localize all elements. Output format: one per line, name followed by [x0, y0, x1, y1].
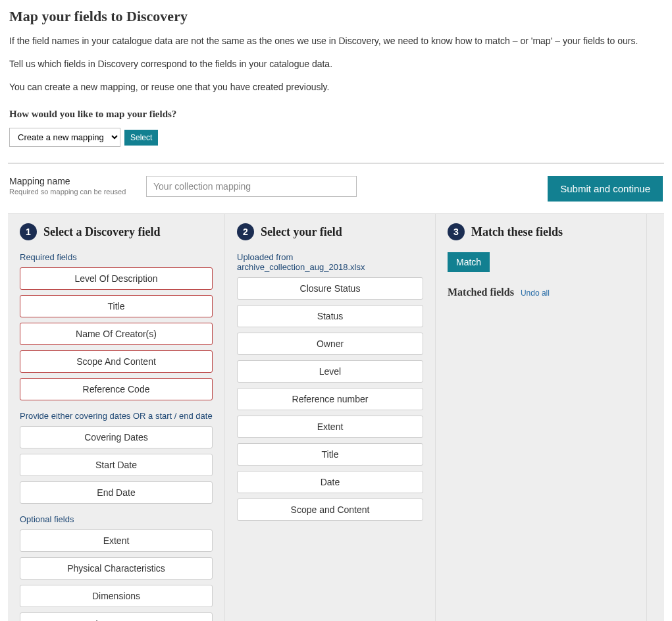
- discovery-field[interactable]: Language: [20, 612, 213, 621]
- discovery-field[interactable]: Covering Dates: [20, 426, 213, 448]
- discovery-field[interactable]: End Date: [20, 481, 213, 504]
- mapping-mode-select[interactable]: Create a new mapping: [9, 128, 120, 147]
- your-field[interactable]: Title: [237, 443, 423, 466]
- discovery-field[interactable]: Level Of Description: [20, 267, 213, 290]
- discovery-field[interactable]: Scope And Content: [20, 350, 213, 373]
- optional-fields-label: Optional fields: [20, 514, 213, 524]
- mapping-question: How would you like to map your fields?: [9, 109, 663, 120]
- uploaded-from-label: Uploaded from archive_collection_aug_201…: [237, 252, 423, 272]
- intro-para-3: You can create a new mapping, or reuse o…: [9, 80, 663, 94]
- your-field[interactable]: Closure Status: [237, 277, 423, 300]
- your-field[interactable]: Status: [237, 305, 423, 327]
- discovery-field[interactable]: Title: [20, 295, 213, 317]
- discovery-field[interactable]: Reference Code: [20, 378, 213, 400]
- your-field[interactable]: Level: [237, 360, 423, 383]
- col3-title: Match these fields: [471, 225, 563, 239]
- col2-title: Select your field: [261, 225, 342, 239]
- step-3-badge: 3: [448, 223, 465, 240]
- your-field[interactable]: Owner: [237, 333, 423, 355]
- discovery-field[interactable]: Physical Characteristics: [20, 557, 213, 580]
- your-field[interactable]: Date: [237, 471, 423, 493]
- intro-para-1: If the field names in your catalogue dat…: [9, 34, 663, 48]
- matched-fields-label: Matched fields: [448, 286, 514, 298]
- submit-button[interactable]: Submit and continue: [548, 176, 663, 202]
- required-fields-label: Required fields: [20, 252, 213, 262]
- col1-title: Select a Discovery field: [43, 225, 160, 239]
- undo-all-link[interactable]: Undo all: [521, 288, 550, 298]
- your-field[interactable]: Reference number: [237, 388, 423, 410]
- mapping-name-label: Mapping name: [9, 176, 128, 186]
- step-1-badge: 1: [20, 223, 37, 240]
- match-button[interactable]: Match: [448, 252, 490, 272]
- intro-para-2: Tell us which fields in Discovery corres…: [9, 57, 663, 71]
- discovery-field[interactable]: Extent: [20, 529, 213, 552]
- mapping-name-sublabel: Required so mapping can be reused: [9, 188, 128, 196]
- discovery-field[interactable]: Dimensions: [20, 585, 213, 607]
- page-title: Map your fields to Discovery: [9, 8, 663, 25]
- discovery-field[interactable]: Start Date: [20, 454, 213, 476]
- divider: [8, 163, 664, 164]
- dates-fields-label: Provide either covering dates OR a start…: [20, 411, 213, 421]
- your-field[interactable]: Extent: [237, 416, 423, 438]
- scroll-gutter: [646, 214, 659, 621]
- mapping-name-input[interactable]: [146, 176, 357, 197]
- step-2-badge: 2: [237, 223, 254, 240]
- discovery-field[interactable]: Name Of Creator(s): [20, 323, 213, 345]
- your-field[interactable]: Scope and Content: [237, 499, 423, 521]
- select-button[interactable]: Select: [124, 130, 158, 146]
